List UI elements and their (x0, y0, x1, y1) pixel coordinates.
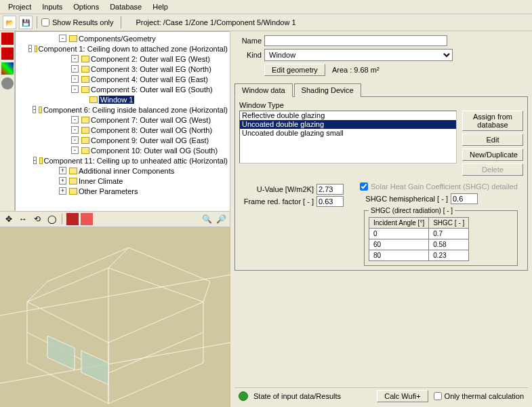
window-type-list[interactable]: Reflective double glazingUncoated double… (239, 111, 457, 163)
frame-factor-input[interactable] (316, 196, 344, 207)
shgc-hemi-label: SHGC hemispherical [ - ] (360, 195, 448, 203)
save-icon[interactable]: 💾 (19, 16, 33, 29)
tool-red2-icon[interactable] (1, 47, 14, 60)
area-readout: Area : 9.68 m² (332, 66, 380, 74)
menu-options[interactable]: Options (68, 1, 104, 12)
menu-help[interactable]: Help (147, 1, 173, 12)
status-dot-icon (239, 391, 248, 401)
shgc-table-group: SHGC (direct radiation) [ - ] Incident A… (364, 207, 518, 266)
tree-item[interactable]: -Component 10: Outer wall OG (South) (17, 145, 228, 155)
tree-item[interactable]: +Inner Climate (17, 176, 228, 186)
tree-item[interactable]: -Components/Geometry (17, 33, 228, 43)
menu-project[interactable]: Project (3, 1, 37, 12)
tab-shading-device[interactable]: Shading Device (294, 83, 361, 97)
tab-window-data[interactable]: Window data (234, 83, 293, 97)
tree-item[interactable]: -Component 7: Outer wall OG (West) (17, 115, 228, 125)
menu-inputs[interactable]: Inputs (37, 1, 68, 12)
component-tree[interactable]: -Components/Geometry-Component 1: Ceilin… (15, 31, 230, 211)
move-icon[interactable]: ↔ (17, 213, 29, 225)
svg-marker-3 (81, 351, 108, 385)
project-path-label: Project: /Case 1/Zone 1/Component 5/Wind… (136, 18, 296, 26)
svg-line-0 (0, 343, 230, 383)
window-type-option[interactable]: Uncoated double glazing (240, 120, 456, 129)
tree-item[interactable]: -Component 2: Outer wall EG (West) (17, 54, 228, 64)
window-type-option[interactable]: Uncoated double glazing small (240, 129, 456, 138)
tool-red-icon[interactable] (1, 33, 14, 45)
tool-color-icon[interactable] (1, 62, 14, 75)
svg-marker-2 (47, 336, 75, 370)
window-type-option[interactable]: Reflective double glazing (240, 111, 456, 120)
delete-button: Delete (462, 163, 523, 176)
tree-item[interactable]: +Additional inner Components (17, 166, 228, 176)
status-bar: State of input data/Results Calc Wufi+ O… (234, 387, 528, 404)
calc-button[interactable]: Calc Wufi+ (377, 390, 428, 402)
zoom-in-icon[interactable]: 🔍 (201, 213, 213, 225)
frame-factor-label: Frame red. factor [ - ] (239, 197, 314, 206)
zoom-out-icon[interactable]: 🔎 (215, 213, 227, 225)
orbit-icon[interactable]: ◯ (45, 213, 58, 225)
pan-icon[interactable]: ✥ (3, 213, 15, 225)
name-label: Name (234, 37, 262, 45)
tree-item[interactable]: Window 1 (17, 94, 228, 104)
tree-item[interactable]: -Component 9: Outer wall OG (East) (17, 135, 228, 145)
tree-item[interactable]: -Component 3: Outer wall EG (North) (17, 64, 228, 74)
tree-item[interactable]: -Component 6: Ceiling inside balanced zo… (17, 104, 228, 115)
shgc-table: Incident Angle [°]SHGC [ - ] 00.7 600.58… (369, 217, 469, 261)
tree-item[interactable]: +Other Parameters (17, 186, 228, 196)
tool-sphere-icon[interactable] (1, 77, 14, 90)
side-tool-strip (0, 31, 15, 211)
kind-label: Kind (234, 51, 262, 59)
3d-viewport[interactable] (0, 227, 230, 407)
shgc-hemi-input[interactable] (451, 193, 478, 204)
kind-select[interactable]: Window (264, 49, 453, 61)
tree-item[interactable]: -Component 8: Outer wall OG (North) (17, 125, 228, 135)
menu-bar: Project Inputs Options Database Help (0, 0, 532, 14)
tree-item[interactable]: -Component 1: Ceiling down to attached z… (17, 43, 228, 54)
open-icon[interactable]: 📂 (3, 16, 16, 29)
uvalue-input[interactable] (316, 184, 344, 195)
show-results-toggle[interactable]: Show Results only (41, 18, 114, 26)
edit-button[interactable]: Edit (462, 134, 523, 146)
menu-database[interactable]: Database (104, 1, 147, 12)
name-input[interactable] (264, 35, 447, 46)
tree-item[interactable]: -Component 11: Ceiling up to unheated at… (17, 155, 228, 166)
rotate-icon[interactable]: ⟲ (31, 213, 43, 225)
svg-line-1 (0, 275, 230, 315)
tree-item[interactable]: -Component 5: Outer wall EG (South) (17, 84, 228, 94)
status-text: State of input data/Results (253, 392, 341, 400)
shgc-detailed-toggle[interactable]: Solar Heat Gain Coefficient (SHGC) detai… (360, 182, 518, 191)
view-b-icon[interactable] (81, 213, 93, 225)
tab-strip: Window data Shading Device (234, 83, 528, 97)
window-type-label: Window Type (239, 101, 523, 109)
tree-item[interactable]: -Component 4: Outer wall EG (East) (17, 74, 228, 84)
new-duplicate-button[interactable]: New/Duplicate (462, 149, 523, 161)
viz-toolbar: ✥ ↔ ⟲ ◯ 🔍 🔎 (0, 211, 230, 227)
edit-geometry-button[interactable]: Edit geometry (264, 64, 325, 76)
uvalue-label: U-Value [W/m2K] (239, 185, 314, 193)
only-thermal-toggle[interactable]: Only thermal calculation (434, 392, 524, 400)
view-a-icon[interactable] (66, 213, 79, 225)
assign-from-db-button[interactable]: Assign from database (462, 111, 523, 131)
toolbar: 📂 💾 Show Results only Project: /Case 1/Z… (0, 14, 532, 31)
